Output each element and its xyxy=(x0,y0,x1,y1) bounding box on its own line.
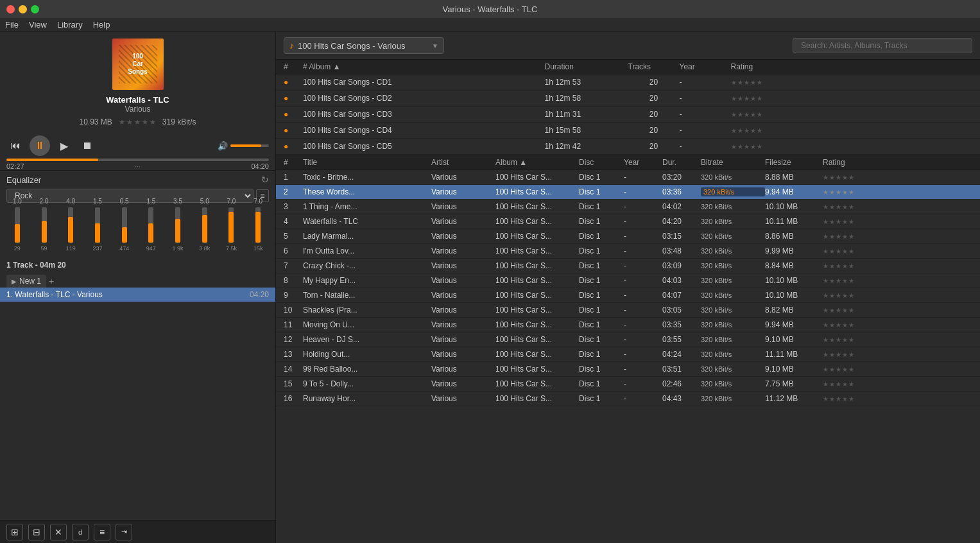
eq-band[interactable]: 7.0 7.5k xyxy=(221,198,243,252)
album-rating[interactable]: ★★★★★ xyxy=(731,143,973,150)
th-artist[interactable]: Artist xyxy=(431,158,495,167)
track-rating[interactable]: ★★★★★ xyxy=(823,174,972,181)
progress-bar[interactable] xyxy=(6,159,269,161)
track-rating[interactable]: ★★★★★ xyxy=(823,263,972,270)
track-row[interactable]: 6 I'm Outta Lov... Various 100 Hits Car … xyxy=(276,244,980,259)
th-title[interactable]: Title xyxy=(303,158,431,167)
track-rating[interactable]: ★★★★★ xyxy=(823,233,972,240)
track-rating[interactable]: ★★★★★ xyxy=(823,336,972,343)
track-rating[interactable]: ★★★★★ xyxy=(823,248,972,255)
eq-band[interactable]: 3.5 1.9k xyxy=(167,198,189,252)
track-row[interactable]: 12 Heaven - DJ S... Various 100 Hits Car… xyxy=(276,332,980,347)
eq-band[interactable]: 1.5 947 xyxy=(141,198,162,252)
track-rating[interactable]: ★★★★★ xyxy=(823,381,972,388)
eq-reset-icon[interactable]: ↻ xyxy=(261,175,269,185)
col-tracks[interactable]: Tracks xyxy=(628,62,680,71)
mini-mode-button[interactable]: ⊟ xyxy=(28,524,45,540)
maximize-button[interactable] xyxy=(31,5,39,13)
add-playlist-button[interactable]: + xyxy=(49,276,54,286)
track-row[interactable]: 2 These Words... Various 100 Hits Car S.… xyxy=(276,185,980,200)
track-rating[interactable]: ★★★★★ xyxy=(823,218,972,225)
playlist-item[interactable]: 1. Waterfalls - TLC - Various 04:20 xyxy=(0,288,275,302)
col-duration[interactable]: Duration xyxy=(545,62,628,71)
eq-band[interactable]: 2.0 59 xyxy=(33,198,55,252)
th-disc[interactable]: Disc xyxy=(579,158,624,167)
menu-help[interactable]: Help xyxy=(93,20,110,30)
eq-band[interactable]: 5.0 3.8k xyxy=(194,198,216,252)
playlist-tab-1[interactable]: ▶ New 1 xyxy=(6,275,46,288)
close-button[interactable] xyxy=(6,5,15,13)
album-row[interactable]: ● 100 Hits Car Songs - CD2 1h 12m 58 20 … xyxy=(276,90,980,107)
track-row[interactable]: 9 Torn - Natalie... Various 100 Hits Car… xyxy=(276,288,980,303)
menu-view[interactable]: View xyxy=(29,20,47,30)
th-filesize[interactable]: Filesize xyxy=(765,158,823,167)
eq-band[interactable]: 4.0 119 xyxy=(60,198,82,252)
th-album[interactable]: Album ▲ xyxy=(495,158,579,167)
album-row[interactable]: ● 100 Hits Car Songs - CD4 1h 15m 58 20 … xyxy=(276,123,980,139)
eq-band[interactable]: 1.5 237 xyxy=(87,198,108,252)
th-bitrate[interactable]: Bitrate xyxy=(701,158,765,167)
album-rating[interactable]: ★★★★★ xyxy=(731,127,973,134)
eq-band[interactable]: 0.5 474 xyxy=(114,198,135,252)
menu-file[interactable]: File xyxy=(5,20,19,30)
track-row[interactable]: 11 Moving On U... Various 100 Hits Car S… xyxy=(276,318,980,332)
th-rating[interactable]: Rating xyxy=(823,158,972,167)
col-rating[interactable]: Rating xyxy=(731,62,973,71)
col-album[interactable]: # Album ▲ xyxy=(303,62,545,71)
track-row[interactable]: 14 99 Red Balloo... Various 100 Hits Car… xyxy=(276,362,980,377)
search-input[interactable] xyxy=(793,38,972,53)
scrobble-button[interactable]: d xyxy=(72,524,89,540)
track-rating[interactable]: ★★★★★ xyxy=(823,395,972,402)
album-rating[interactable]: ★★★★★ xyxy=(731,79,973,86)
track-rating[interactable]: ★★★★★ xyxy=(823,292,972,299)
pause-button[interactable]: ⏸ xyxy=(30,135,50,156)
track-row[interactable]: 3 1 Thing - Ame... Various 100 Hits Car … xyxy=(276,200,980,214)
track-row[interactable]: 13 Holding Out... Various 100 Hits Car S… xyxy=(276,347,980,362)
track-rating[interactable]: ★★★★★ xyxy=(823,189,972,196)
track-row[interactable]: 4 Waterfalls - TLC Various 100 Hits Car … xyxy=(276,214,980,229)
volume-bar[interactable] xyxy=(230,144,269,147)
album-tracks: 20 xyxy=(628,110,680,119)
th-year[interactable]: Year xyxy=(624,158,662,167)
prev-button[interactable]: ⏮ xyxy=(6,137,24,155)
track-rating[interactable]: ★★★★★ xyxy=(823,203,972,211)
menu-library[interactable]: Library xyxy=(57,20,83,30)
crossfade-button[interactable]: ⇥ xyxy=(116,524,132,540)
play-button[interactable]: ▶ xyxy=(55,137,73,155)
track-row[interactable]: 1 Toxic - Britne... Various 100 Hits Car… xyxy=(276,170,980,185)
track-num: 9 xyxy=(284,291,303,300)
album-year: - xyxy=(680,126,731,135)
eq-band[interactable]: 7.0 15k xyxy=(247,198,269,252)
track-row[interactable]: 16 Runaway Hor... Various 100 Hits Car S… xyxy=(276,392,980,406)
track-rating[interactable]: ★★★★★ xyxy=(823,277,972,284)
track-row[interactable]: 8 My Happy En... Various 100 Hits Car S.… xyxy=(276,273,980,288)
track-rating[interactable]: ★★★★★ xyxy=(823,351,972,358)
album-row[interactable]: ● 100 Hits Car Songs - CD1 1h 12m 53 20 … xyxy=(276,74,980,90)
eq-band[interactable]: 1.0 29 xyxy=(6,198,28,252)
track-rating[interactable]: ★★★★★ xyxy=(823,307,972,314)
track-bitrate: 320 kBit/s xyxy=(701,173,765,181)
track-row[interactable]: 5 Lady Marmal... Various 100 Hits Car S.… xyxy=(276,229,980,244)
album-selector[interactable]: ♪ 100 Hits Car Songs - Various ▼ xyxy=(284,37,444,54)
track-row[interactable]: 15 9 To 5 - Dolly... Various 100 Hits Ca… xyxy=(276,377,980,392)
track-rating[interactable]: ★★★★★ xyxy=(823,366,972,373)
album-rating[interactable]: ★★★★★ xyxy=(731,111,973,118)
player-rating[interactable]: ★ ★ ★ ★ ★ xyxy=(119,118,156,126)
chevron-down-icon: ▼ xyxy=(432,42,438,49)
th-num: # xyxy=(284,158,303,167)
track-row[interactable]: 10 Shackles (Pra... Various 100 Hits Car… xyxy=(276,303,980,318)
stop-button[interactable]: ⏹ xyxy=(78,137,96,155)
add-to-library-button[interactable]: ⊞ xyxy=(6,524,23,540)
window-controls xyxy=(6,5,39,13)
th-dur[interactable]: Dur. xyxy=(662,158,701,167)
queue-button[interactable]: ≡ xyxy=(94,524,110,540)
album-row[interactable]: ● 100 Hits Car Songs - CD3 1h 11m 31 20 … xyxy=(276,107,980,123)
track-rating[interactable]: ★★★★★ xyxy=(823,322,972,329)
col-year[interactable]: Year xyxy=(680,62,731,71)
track-row[interactable]: 7 Crazy Chick -... Various 100 Hits Car … xyxy=(276,259,980,273)
shuffle-button[interactable]: ✕ xyxy=(50,524,67,540)
album-row[interactable]: ● 100 Hits Car Songs - CD5 1h 12m 42 20 … xyxy=(276,139,980,155)
minimize-button[interactable] xyxy=(19,5,27,13)
album-rating[interactable]: ★★★★★ xyxy=(731,95,973,102)
album-year: - xyxy=(680,110,731,119)
